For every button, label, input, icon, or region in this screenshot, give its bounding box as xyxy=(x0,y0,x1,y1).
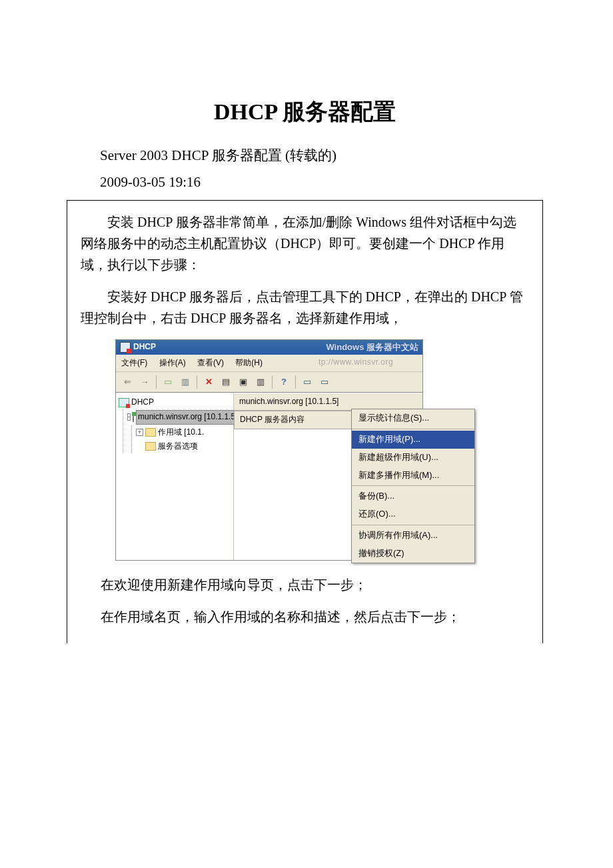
ctx-restore[interactable]: 还原(O)... xyxy=(352,505,474,523)
paragraph-2: 安装好 DHCP 服务器后，点击管理工具下的 DHCP，在弹出的 DHCP 管理… xyxy=(81,286,528,329)
timestamp: 2009-03-05 19:16 xyxy=(100,174,543,191)
paragraph-1: 安装 DHCP 服务器非常简单，在添加/删除 Windows 组件对话框中勾选网… xyxy=(81,211,528,275)
toolbar-separator xyxy=(156,375,157,389)
subtitle: Server 2003 DHCP 服务器配置 (转载的) xyxy=(100,146,543,165)
tree-options-label: 服务器选项 xyxy=(158,440,198,453)
menu-help[interactable]: 帮助(H) xyxy=(235,358,263,367)
toolbar-separator xyxy=(272,375,273,389)
ctx-divider xyxy=(352,525,474,525)
titlebar: DHCP Windows 服务器中文站 xyxy=(116,340,422,355)
dhcp-app-icon xyxy=(120,342,131,353)
panes: DHCP - munich.winsvr.org [10.1.1.5] + xyxy=(116,393,422,560)
tree-scope-label: 作用域 [10.1. xyxy=(158,426,204,439)
forward-button[interactable] xyxy=(137,375,152,389)
tree-server[interactable]: - munich.winsvr.org [10.1.1.5] xyxy=(126,409,232,425)
ghost-url: tp://www.winsvr.org xyxy=(318,356,393,369)
context-menu: 显示统计信息(S)... 新建作用域(P)... 新建超级作用域(U)... 新… xyxy=(351,409,475,563)
tool-button[interactable] xyxy=(236,375,251,389)
document-page: DHCP 服务器配置 Server 2003 DHCP 服务器配置 (转载的) … xyxy=(0,0,613,868)
expand-icon[interactable]: + xyxy=(136,429,143,436)
menu-action[interactable]: 操作(A) xyxy=(159,358,186,367)
menu-file[interactable]: 文件(F) xyxy=(121,358,147,367)
ctx-stats[interactable]: 显示统计信息(S)... xyxy=(352,409,474,427)
tree-server-label: munich.winsvr.org [10.1.1.5] xyxy=(136,410,239,424)
ctx-reconcile[interactable]: 协调所有作用域(A)... xyxy=(352,527,474,545)
refresh-button[interactable] xyxy=(178,375,193,389)
folder-icon xyxy=(145,442,156,451)
content-box: 安装 DHCP 服务器非常简单，在添加/删除 Windows 组件对话框中勾选网… xyxy=(67,200,543,643)
ctx-new-superscope[interactable]: 新建超级作用域(U)... xyxy=(352,449,474,467)
dhcp-console-screenshot: DHCP Windows 服务器中文站 文件(F) 操作(A) 查看(V) 帮助… xyxy=(115,339,423,561)
export-button[interactable] xyxy=(253,375,268,389)
list-pane: munich.winsvr.org [10.1.1.5] DHCP 服务器内容 … xyxy=(234,393,422,560)
toolbar-separator xyxy=(295,375,296,389)
toolbar xyxy=(116,372,422,393)
properties-button[interactable] xyxy=(219,375,233,389)
banner-text: Windows 服务器中文站 xyxy=(326,340,418,355)
tree-root[interactable]: DHCP xyxy=(117,395,232,409)
collapse-icon[interactable]: - xyxy=(127,413,131,421)
dhcp-icon xyxy=(119,398,129,407)
server-icon xyxy=(133,413,134,422)
paragraph-4: 在作用域名页，输入作用域的名称和描述，然后点击下一步； xyxy=(81,606,528,627)
ctx-unauthorize[interactable]: 撤销授权(Z) xyxy=(352,545,474,563)
tree-pane: DHCP - munich.winsvr.org [10.1.1.5] + xyxy=(116,393,234,560)
ctx-divider xyxy=(352,485,474,486)
ctx-divider xyxy=(352,429,474,429)
delete-button[interactable] xyxy=(201,375,216,389)
ctx-new-multicast[interactable]: 新建多播作用域(M)... xyxy=(352,467,474,485)
menubar: 文件(F) 操作(A) 查看(V) 帮助(H) tp://www.winsvr.… xyxy=(116,355,422,372)
window-title: DHCP xyxy=(133,341,156,353)
page-title: DHCP 服务器配置 xyxy=(67,97,543,127)
ctx-backup[interactable]: 备份(B)... xyxy=(352,487,474,505)
help-button[interactable] xyxy=(277,375,291,389)
tree-scope[interactable]: + 作用域 [10.1. xyxy=(135,425,232,439)
back-button[interactable] xyxy=(120,375,135,389)
tree-root-label: DHCP xyxy=(131,396,154,409)
up-button[interactable] xyxy=(161,375,175,389)
folder-icon xyxy=(145,428,156,437)
ctx-new-scope[interactable]: 新建作用域(P)... xyxy=(352,431,474,449)
monitor-button-2[interactable] xyxy=(317,375,332,389)
menu-view[interactable]: 查看(V) xyxy=(197,358,224,367)
paragraph-3: 在欢迎使用新建作用域向导页，点击下一步； xyxy=(81,574,528,595)
toolbar-separator xyxy=(197,375,197,389)
tree-server-options[interactable]: 服务器选项 xyxy=(135,439,232,453)
monitor-button-1[interactable] xyxy=(300,375,314,389)
